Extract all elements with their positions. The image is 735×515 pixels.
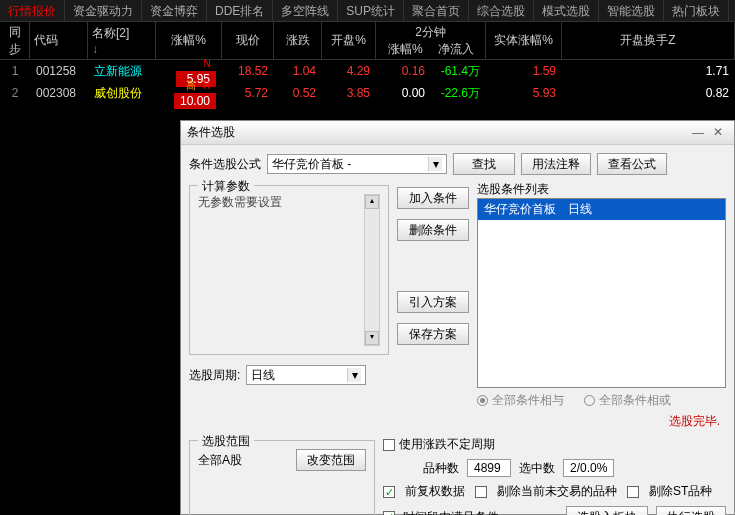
grid-header: 同步 代码 名称[2] ↓ 涨幅% 现价 涨跌 开盘% 2分钟 涨幅%净流入 实…: [0, 22, 735, 60]
chk-timerange[interactable]: [383, 511, 395, 515]
params-text: 无参数需要设置: [198, 194, 364, 346]
add-condition-button[interactable]: 加入条件: [397, 187, 469, 209]
col-turnover[interactable]: 开盘换手Z: [562, 22, 735, 59]
condition-list-label: 选股条件列表: [477, 181, 726, 198]
range-text: 全部A股: [198, 452, 242, 469]
params-fieldset: 计算参数 无参数需要设置 ▴ ▾: [189, 185, 389, 355]
view-formula-button[interactable]: 查看公式: [597, 153, 667, 175]
range-fieldset: 选股范围 全部A股 改变范围: [189, 440, 375, 515]
radio-and[interactable]: 全部条件相与: [477, 392, 564, 409]
radio-or[interactable]: 全部条件相或: [584, 392, 671, 409]
top-tab[interactable]: 多空阵线: [273, 0, 338, 21]
chevron-down-icon: ▾: [347, 368, 361, 382]
scroll-up-icon[interactable]: ▴: [365, 195, 379, 209]
top-tab[interactable]: DDE排名: [207, 0, 273, 21]
period-combo[interactable]: 日线 ▾: [246, 365, 366, 385]
count-value: 4899: [467, 459, 511, 477]
sync-header[interactable]: 同步: [0, 22, 30, 59]
params-legend: 计算参数: [198, 178, 254, 195]
status-text: 选股完毕.: [477, 413, 726, 430]
chk-ex-notrade[interactable]: [475, 486, 487, 498]
top-tab[interactable]: 热门板块: [664, 0, 729, 21]
chk-var-period[interactable]: [383, 439, 395, 451]
params-scrollbar[interactable]: ▴ ▾: [364, 194, 380, 346]
to-block-button[interactable]: 选股入板块: [566, 506, 648, 515]
minimize-icon[interactable]: —: [688, 126, 708, 140]
top-tab[interactable]: 资金博弈: [142, 0, 207, 21]
chevron-down-icon: ▾: [428, 157, 442, 171]
top-tab[interactable]: 智能选股: [599, 0, 664, 21]
col-2min[interactable]: 2分钟 涨幅%净流入: [376, 22, 486, 59]
hit-value: 2/0.0%: [563, 459, 614, 477]
top-tab[interactable]: 资金驱动力: [65, 0, 142, 21]
top-tab[interactable]: 行情报价: [0, 0, 65, 21]
dialog-title: 条件选股: [187, 124, 688, 141]
formula-combo[interactable]: 华仔竞价首板 - ▾: [267, 154, 447, 174]
range-legend: 选股范围: [198, 433, 254, 450]
hit-label: 选中数: [519, 460, 555, 477]
condition-listbox[interactable]: 华仔竞价首板 日线: [477, 198, 726, 388]
change-range-button[interactable]: 改变范围: [296, 449, 366, 471]
grid-body: 1001258立新能源N5.9518.521.044.290.16-61.4万1…: [0, 60, 735, 104]
usage-button[interactable]: 用法注释: [521, 153, 591, 175]
col-code[interactable]: 代码: [30, 22, 88, 59]
chk-ex-st[interactable]: [627, 486, 639, 498]
stock-filter-dialog: 条件选股 — ✕ 条件选股公式 华仔竞价首板 - ▾ 查找 用法注释 查看公式 …: [180, 120, 735, 515]
top-tabs: 行情报价资金驱动力资金博弈DDE排名多空阵线SUP统计聚合首页综合选股模式选股智…: [0, 0, 735, 22]
close-icon[interactable]: ✕: [708, 125, 728, 141]
top-tab[interactable]: 模式选股: [534, 0, 599, 21]
top-tab[interactable]: 聚合首页: [404, 0, 469, 21]
find-button[interactable]: 查找: [453, 153, 515, 175]
dialog-titlebar[interactable]: 条件选股 — ✕: [181, 121, 734, 145]
col-realpct[interactable]: 实体涨幅%: [486, 22, 562, 59]
list-item[interactable]: 华仔竞价首板 日线: [478, 199, 725, 220]
count-label: 品种数: [423, 460, 459, 477]
scroll-down-icon[interactable]: ▾: [365, 331, 379, 345]
delete-condition-button[interactable]: 删除条件: [397, 219, 469, 241]
formula-label: 条件选股公式: [189, 156, 261, 173]
top-tab[interactable]: 活跃排名: [729, 0, 735, 21]
import-plan-button[interactable]: 引入方案: [397, 291, 469, 313]
chk-fq[interactable]: [383, 486, 395, 498]
col-chg[interactable]: 涨跌: [274, 22, 322, 59]
table-row[interactable]: 1001258立新能源N5.9518.521.044.290.16-61.4万1…: [0, 60, 735, 82]
top-tab[interactable]: SUP统计: [338, 0, 404, 21]
col-name[interactable]: 名称[2] ↓: [88, 22, 156, 59]
period-label: 选股周期:: [189, 367, 240, 384]
col-open[interactable]: 开盘%: [322, 22, 376, 59]
col-price[interactable]: 现价: [222, 22, 274, 59]
table-row[interactable]: 2002308威创股份高R10.005.720.523.850.00-22.6万…: [0, 82, 735, 104]
execute-button[interactable]: 执行选股: [656, 506, 726, 515]
save-plan-button[interactable]: 保存方案: [397, 323, 469, 345]
top-tab[interactable]: 综合选股: [469, 0, 534, 21]
